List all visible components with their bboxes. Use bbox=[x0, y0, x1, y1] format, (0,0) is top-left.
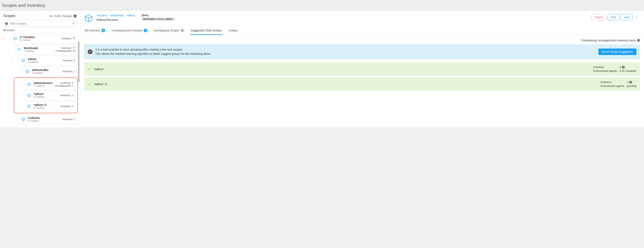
svg-rect-0 bbox=[20, 36, 21, 37]
suggestion-row[interactable]: ✓ *adhoc* Inventory: 2i Enforcement agen… bbox=[84, 62, 640, 76]
svg-rect-2 bbox=[20, 37, 21, 38]
filter-scopes-field[interactable]: i ✕ bbox=[3, 20, 77, 27]
value: pending bbox=[627, 84, 636, 88]
chevron-down-icon[interactable]: ⌄ bbox=[10, 56, 14, 62]
label: Inventory: bbox=[593, 66, 618, 68]
chevron-down-icon[interactable]: ⌄ bbox=[6, 45, 10, 51]
chevron-down-icon[interactable]: ⌄ bbox=[2, 34, 6, 40]
svg-rect-1 bbox=[21, 36, 22, 37]
tree-node-adhocservers[interactable]: AdhocServers 2 Children Inventory: 4Unca… bbox=[24, 80, 76, 89]
close-icon[interactable]: ✕ bbox=[72, 22, 75, 25]
sidebar: Scopes No Draft Changes i i ✕ 43 Scopes … bbox=[0, 11, 80, 128]
info-icon: i bbox=[88, 49, 92, 54]
info-icon[interactable]: i bbox=[637, 39, 640, 42]
check-icon: ✓ bbox=[88, 67, 91, 71]
tree-node-adhoc-star-2[interactable]: *adhoc*-2 0 Children Inventory: 2 bbox=[24, 102, 76, 111]
badge: 0 bbox=[180, 28, 184, 32]
delete-button[interactable]: Delete bbox=[591, 14, 606, 20]
tab-overlapping[interactable]: Overlapping Scopes0 bbox=[154, 26, 185, 35]
query-block: Query Hostname contains adhoc- bbox=[138, 14, 175, 21]
info-icon[interactable]: i bbox=[629, 81, 632, 84]
tab-suggested[interactable]: Suggested Child Scopes bbox=[190, 26, 222, 35]
cube-icon bbox=[25, 70, 30, 74]
breadcrumb-adhoc[interactable]: Adhoc bbox=[127, 14, 135, 17]
query-label: Query bbox=[142, 14, 175, 17]
breadcrumb-workloads[interactable]: Workloads bbox=[110, 14, 124, 17]
label: Enforcement agents: bbox=[593, 70, 618, 72]
svg-rect-3 bbox=[21, 37, 22, 38]
suggestion-name: *adhoc* bbox=[94, 68, 590, 71]
cube-icon bbox=[13, 36, 17, 40]
tree-node-adhoc-star[interactable]: *adhoc* 0 Children Inventory: 2 bbox=[24, 90, 76, 100]
add-button[interactable]: Add bbox=[621, 14, 633, 20]
alert-line: It is a best practice to rerun grouping … bbox=[95, 48, 596, 52]
cube-icon bbox=[27, 104, 31, 108]
check-icon: ✓ bbox=[88, 82, 91, 86]
page-title: Scopes and Inventory bbox=[0, 0, 644, 11]
value: 0 of 0 enabled bbox=[620, 70, 636, 72]
suggestion-row[interactable]: ✓ *adhoc*-2 Inventory: 2i Enforcement ag… bbox=[84, 77, 640, 91]
breadcrumb-tetration[interactable]: Tetration bbox=[96, 14, 107, 17]
tab-all-inventory[interactable]: All Inventory4 bbox=[84, 26, 106, 35]
tab-uncategorized[interactable]: Uncategorized Inventory2 bbox=[111, 26, 148, 35]
alert-line: This allows the machine learning algorit… bbox=[95, 52, 596, 56]
suggestion-name: *adhoc*-2 bbox=[94, 82, 598, 86]
remaining-items: 2 Remaining Uncategorized Inventory Item… bbox=[84, 39, 640, 42]
cube-icon bbox=[21, 58, 25, 62]
rerun-button[interactable]: Rerun Scope Suggestion bbox=[598, 48, 636, 55]
tree-node-adhockafka[interactable]: AdhocKafka 0 Children Inventory: 1 bbox=[22, 66, 78, 76]
scrollbar-thumb[interactable] bbox=[78, 42, 80, 82]
value: 2 bbox=[620, 66, 621, 68]
scope-name: AdhocServers bbox=[96, 18, 135, 22]
value: 2 bbox=[627, 80, 628, 84]
badge: 2 bbox=[144, 28, 147, 32]
filter-input[interactable] bbox=[10, 22, 70, 25]
scope-count: 43 Scopes bbox=[0, 29, 80, 34]
tab-usages[interactable]: Usages bbox=[228, 26, 238, 35]
info-icon[interactable]: i bbox=[622, 66, 625, 68]
tree-node-tetration[interactable]: Tetration 5 Children Inventory: 77 bbox=[10, 34, 78, 44]
draft-status: No Draft Changes bbox=[50, 14, 72, 18]
breadcrumb: Tetration: Workloads: Adhoc bbox=[96, 14, 135, 17]
cube-icon bbox=[84, 14, 93, 23]
rerun-alert: i It is a best practice to rerun groupin… bbox=[84, 44, 640, 59]
info-icon[interactable]: i bbox=[74, 14, 77, 18]
info-icon: i bbox=[5, 22, 8, 25]
highlighted-subtree: ⌄ AdhocServers 2 Children Inventory: 4Un… bbox=[14, 78, 78, 113]
edit-button[interactable]: Edit bbox=[608, 14, 620, 20]
more-icon[interactable]: ⋮ bbox=[634, 14, 640, 21]
query-pill: Hostname contains adhoc- bbox=[142, 17, 175, 21]
label: Enforcement agents: bbox=[600, 84, 625, 88]
grid-icon bbox=[20, 36, 22, 38]
tree-node-adhoc[interactable]: Adhoc 2 Children Inventory: 5 bbox=[18, 56, 78, 65]
cube-icon bbox=[27, 93, 31, 98]
tabs: All Inventory4 Uncategorized Inventory2 … bbox=[80, 26, 644, 35]
cube-icon bbox=[21, 117, 25, 121]
sidebar-title: Scopes bbox=[3, 14, 16, 18]
tree-node-workloads[interactable]: Workloads 7 Children Inventory: 77Uncate… bbox=[14, 45, 78, 54]
badge: 4 bbox=[102, 28, 105, 32]
tree-node-collector[interactable]: Collector 0 Children Inventory: 7 bbox=[18, 114, 78, 124]
label: Inventory: bbox=[600, 80, 625, 84]
cubes-icon bbox=[17, 48, 21, 52]
cube-icon bbox=[27, 82, 31, 86]
content-panel: Tetration: Workloads: Adhoc AdhocServers… bbox=[80, 11, 644, 128]
chevron-down-icon[interactable]: ⌄ bbox=[16, 80, 20, 85]
